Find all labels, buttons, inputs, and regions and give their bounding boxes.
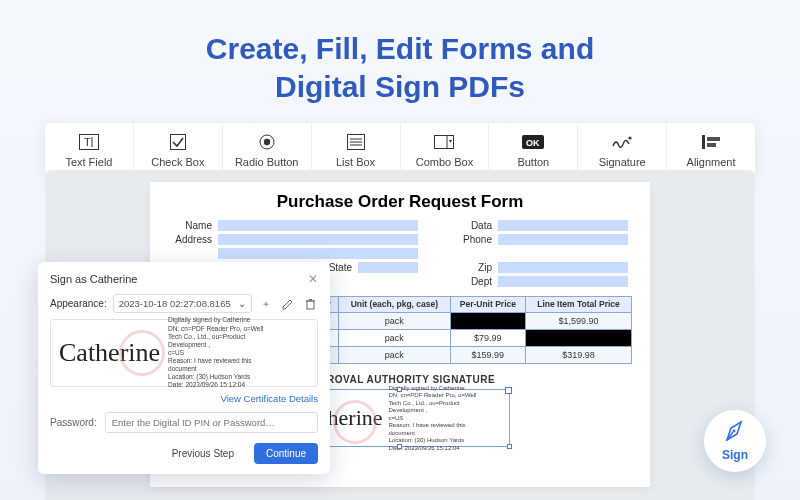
radio-button-icon [259, 133, 275, 151]
appearance-dropdown[interactable]: 2023-10-18 02:27:08.8165 ⌄ [113, 294, 252, 313]
tool-label: List Box [336, 156, 375, 168]
field-label: Data [448, 220, 492, 231]
list-box-icon [347, 133, 365, 151]
tool-radio-button[interactable]: Radio Button [223, 123, 312, 177]
view-certificate-link[interactable]: View Certificate Details [220, 393, 318, 404]
svg-point-5 [263, 139, 269, 145]
text-field-icon: T [79, 133, 99, 151]
tool-label: Button [517, 156, 549, 168]
delete-appearance-button[interactable] [302, 296, 318, 312]
add-appearance-button[interactable]: ＋ [258, 296, 274, 312]
marketing-headline: Create, Fill, Edit Forms and Digital Sig… [0, 0, 800, 123]
tool-signature[interactable]: Signature [578, 123, 667, 177]
col-header: Per-Unit Price [450, 297, 525, 313]
sign-fab-label: Sign [722, 448, 748, 462]
redacted-cell: xxxx [450, 313, 525, 330]
tool-label: Text Field [65, 156, 112, 168]
ok-button-icon: OK [522, 133, 544, 151]
name-field[interactable] [218, 220, 418, 231]
svg-rect-16 [707, 137, 720, 141]
svg-rect-18 [307, 301, 314, 309]
close-icon[interactable]: ✕ [308, 272, 318, 286]
tool-label: Check Box [151, 156, 204, 168]
svg-rect-17 [707, 143, 716, 147]
checkbox-icon [170, 133, 186, 151]
zip-field[interactable] [498, 262, 628, 273]
tool-button[interactable]: OK Button [489, 123, 578, 177]
field-label: Address [168, 234, 212, 245]
tool-check-box[interactable]: Check Box [134, 123, 223, 177]
tool-combo-box[interactable]: Combo Box [401, 123, 490, 177]
signature-preview: Catherine Digitally signed by Catherine … [50, 319, 318, 387]
svg-rect-15 [702, 135, 705, 149]
tool-label: Alignment [687, 156, 736, 168]
svg-point-21 [733, 430, 736, 433]
form-title: Purchase Order Request Form [168, 192, 632, 212]
edit-appearance-button[interactable] [280, 296, 296, 312]
svg-text:OK: OK [526, 138, 540, 148]
tool-label: Combo Box [416, 156, 473, 168]
tool-text-field[interactable]: T Text Field [45, 123, 134, 177]
sign-fab[interactable]: Sign [704, 410, 766, 472]
signature-metadata: Digitally signed by Catherine DN: cn=PDF… [389, 385, 477, 453]
col-header: Unit (each, pkg, case) [339, 297, 451, 313]
state-field[interactable] [358, 262, 418, 273]
field-label: Phone [448, 234, 492, 245]
data-field[interactable] [498, 220, 628, 231]
continue-button[interactable]: Continue [254, 443, 318, 464]
dialog-title: Sign as Catherine [50, 273, 137, 285]
redacted-cell: xxxx [526, 330, 632, 347]
field-label: Name [168, 220, 212, 231]
svg-rect-3 [170, 135, 185, 150]
sign-dialog: Sign as Catherine ✕ Appearance: 2023-10-… [38, 262, 330, 474]
tool-alignment[interactable]: Alignment [667, 123, 755, 177]
alignment-icon [702, 133, 720, 151]
svg-point-14 [629, 136, 632, 139]
seal-stamp-icon [115, 326, 168, 379]
col-header: Line Item Total Price [526, 297, 632, 313]
phone-field[interactable] [498, 234, 628, 245]
signature-metadata: Digitally signed by Catherine DN: cn=PDF… [168, 316, 263, 389]
field-label: Zip [448, 262, 492, 273]
tool-label: Signature [599, 156, 646, 168]
dept-field[interactable] [498, 276, 628, 287]
previous-step-button[interactable]: Previous Step [160, 443, 246, 464]
combo-box-icon [434, 133, 454, 151]
pen-nib-icon [723, 420, 747, 446]
chevron-down-icon: ⌄ [238, 298, 246, 309]
signature-icon [611, 133, 633, 151]
svg-text:T: T [84, 136, 91, 148]
tool-list-box[interactable]: List Box [312, 123, 401, 177]
address-field[interactable] [218, 234, 418, 245]
password-input[interactable] [105, 412, 318, 433]
form-tools-toolbar: T Text Field Check Box Radio Button List… [45, 123, 755, 177]
password-label: Password: [50, 417, 97, 428]
address2-field[interactable] [218, 248, 418, 259]
field-label [448, 248, 492, 259]
field-label: Dept [448, 276, 492, 287]
tool-label: Radio Button [235, 156, 299, 168]
appearance-label: Appearance: [50, 298, 107, 309]
